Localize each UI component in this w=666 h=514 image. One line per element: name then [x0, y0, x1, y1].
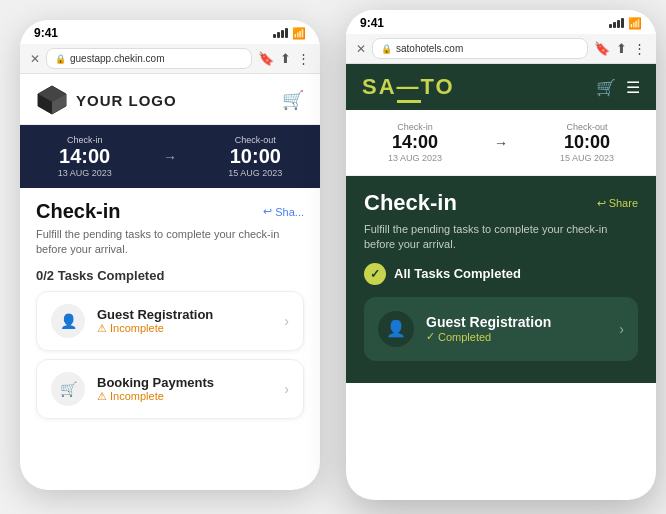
signal-icon: [273, 28, 288, 38]
front-cart-icon[interactable]: 🛒: [596, 78, 616, 97]
front-checkin-date: 13 AUG 2023: [388, 153, 442, 163]
front-section-title-row: Check-in ↩ Share: [364, 190, 638, 216]
front-section-desc: Fulfill the pending tasks to complete yo…: [364, 222, 638, 253]
back-checkin-date: 13 AUG 2023: [58, 168, 112, 178]
back-section-title-row: Check-in ↩ Sha...: [36, 200, 304, 223]
front-browser-actions: 🔖 ⬆ ⋮: [594, 41, 646, 56]
front-checkout-label: Check-out: [560, 122, 614, 132]
back-task-icon-0: 👤: [51, 304, 85, 338]
front-task-status: ✓ Completed: [426, 330, 607, 343]
logo-cube-icon: [36, 84, 68, 116]
front-arrow-icon: →: [494, 135, 508, 151]
back-task-chevron-0: ›: [284, 313, 289, 329]
back-task-name-0: Guest Registration: [97, 307, 272, 322]
more-icon[interactable]: ⋮: [297, 51, 310, 66]
back-tasks-header: 0/2 Tasks Completed: [36, 268, 304, 283]
back-task-card-0[interactable]: 👤 Guest Registration ⚠ Incomplete ›: [36, 291, 304, 351]
front-browser-bar: ✕ 🔒 satohotels.com 🔖 ⬆ ⋮: [346, 34, 656, 64]
front-wifi-icon: 📶: [628, 17, 642, 30]
back-checkout-col: Check-out 10:00 15 AUG 2023: [228, 135, 282, 178]
back-browser-url-text: guestapp.chekin.com: [70, 53, 165, 64]
back-share-link[interactable]: ↩ Sha...: [263, 205, 304, 218]
back-checkin-label: Check-in: [58, 135, 112, 145]
back-logo-area: YOUR LOGO: [36, 84, 177, 116]
back-task-name-1: Booking Payments: [97, 375, 272, 390]
front-check-circle-icon: ✓: [364, 263, 386, 285]
back-cart-icon[interactable]: 🛒: [282, 89, 304, 111]
back-checkin-time: 14:00: [58, 145, 112, 168]
back-arrow-icon: →: [163, 149, 177, 165]
front-share-label: Share: [609, 197, 638, 209]
back-browser-bar: ✕ 🔒 guestapp.chekin.com 🔖 ⬆ ⋮: [20, 44, 320, 74]
front-more-icon[interactable]: ⋮: [633, 41, 646, 56]
front-share-arrow-icon: ↩: [597, 197, 606, 210]
front-share-icon[interactable]: ⬆: [616, 41, 627, 56]
front-lock-icon: 🔒: [381, 44, 392, 54]
front-checkout-col: Check-out 10:00 15 AUG 2023: [560, 122, 614, 163]
front-checkin-col: Check-in 14:00 13 AUG 2023: [388, 122, 442, 163]
back-status-bar: 9:41 📶: [20, 20, 320, 44]
back-task-info-1: Booking Payments ⚠ Incomplete: [97, 375, 272, 403]
back-task-card-1[interactable]: 🛒 Booking Payments ⚠ Incomplete ›: [36, 359, 304, 419]
front-task-icon: 👤: [378, 311, 414, 347]
wifi-icon: 📶: [292, 27, 306, 40]
front-bookmark-icon[interactable]: 🔖: [594, 41, 610, 56]
back-task-icon-1: 🛒: [51, 372, 85, 406]
front-all-tasks-label: All Tasks Completed: [394, 266, 521, 281]
front-checkin-label: Check-in: [388, 122, 442, 132]
back-browser-url-box[interactable]: 🔒 guestapp.chekin.com: [46, 48, 252, 69]
front-checkin-time: 14:00: [388, 132, 442, 153]
front-menu-icon[interactable]: ☰: [626, 78, 640, 97]
front-task-chevron: ›: [619, 321, 624, 337]
front-browser-close[interactable]: ✕: [356, 42, 366, 56]
bookmark-icon[interactable]: 🔖: [258, 51, 274, 66]
front-signal-icon: [609, 18, 624, 28]
front-task-info: Guest Registration ✓ Completed: [426, 314, 607, 343]
back-share-arrow-icon: ↩: [263, 205, 272, 218]
front-sato-logo: SA—TO: [362, 74, 455, 100]
back-checkout-label: Check-out: [228, 135, 282, 145]
back-section-title: Check-in: [36, 200, 120, 223]
back-checkout-date: 15 AUG 2023: [228, 168, 282, 178]
front-status-bar: 9:41 📶: [346, 10, 656, 34]
front-phone: 9:41 📶 ✕ 🔒 satohotels.com 🔖 ⬆: [346, 10, 656, 500]
back-browser-close[interactable]: ✕: [30, 52, 40, 66]
front-status-icons: 📶: [609, 17, 642, 30]
front-sato-header: SA—TO 🛒 ☰: [346, 64, 656, 110]
front-task-card[interactable]: 👤 Guest Registration ✓ Completed ›: [364, 297, 638, 361]
front-all-tasks-completed: ✓ All Tasks Completed: [364, 263, 638, 285]
back-phone: 9:41 📶 ✕ 🔒 guestapp.chekin.com 🔖 ⬆: [20, 20, 320, 490]
back-share-label: Sha...: [275, 206, 304, 218]
back-content: Check-in ↩ Sha... Fulfill the pending ta…: [20, 188, 320, 439]
front-section-title: Check-in: [364, 190, 457, 216]
back-browser-actions: 🔖 ⬆ ⋮: [258, 51, 310, 66]
front-checkout-time: 10:00: [560, 132, 614, 153]
back-app-header: YOUR LOGO 🛒: [20, 74, 320, 125]
front-browser-url-box[interactable]: 🔒 satohotels.com: [372, 38, 588, 59]
back-task-info-0: Guest Registration ⚠ Incomplete: [97, 307, 272, 335]
front-checkout-date: 15 AUG 2023: [560, 153, 614, 163]
front-content: Check-in ↩ Share Fulfill the pending tas…: [346, 176, 656, 383]
front-checkin-banner: Check-in 14:00 13 AUG 2023 → Check-out 1…: [346, 110, 656, 176]
back-section-desc: Fulfill the pending tasks to complete yo…: [36, 227, 304, 258]
back-task-status-1: ⚠ Incomplete: [97, 390, 272, 403]
back-lock-icon: 🔒: [55, 54, 66, 64]
share-icon[interactable]: ⬆: [280, 51, 291, 66]
back-logo-text: YOUR LOGO: [76, 92, 177, 109]
phone-wrapper: 9:41 📶 ✕ 🔒 guestapp.chekin.com 🔖 ⬆: [0, 0, 666, 514]
front-task-name: Guest Registration: [426, 314, 607, 330]
front-time: 9:41: [360, 16, 384, 30]
front-browser-url-text: satohotels.com: [396, 43, 463, 54]
back-warning-icon-1: ⚠: [97, 390, 107, 403]
back-status-icons: 📶: [273, 27, 306, 40]
back-checkin-banner: Check-in 14:00 13 AUG 2023 → Check-out 1…: [20, 125, 320, 188]
back-warning-icon-0: ⚠: [97, 322, 107, 335]
back-time: 9:41: [34, 26, 58, 40]
front-check-icon: ✓: [426, 330, 435, 343]
front-header-icons: 🛒 ☰: [596, 78, 640, 97]
back-task-chevron-1: ›: [284, 381, 289, 397]
back-task-status-0: ⚠ Incomplete: [97, 322, 272, 335]
front-share-link[interactable]: ↩ Share: [597, 197, 638, 210]
back-checkout-time: 10:00: [228, 145, 282, 168]
back-checkin-col: Check-in 14:00 13 AUG 2023: [58, 135, 112, 178]
